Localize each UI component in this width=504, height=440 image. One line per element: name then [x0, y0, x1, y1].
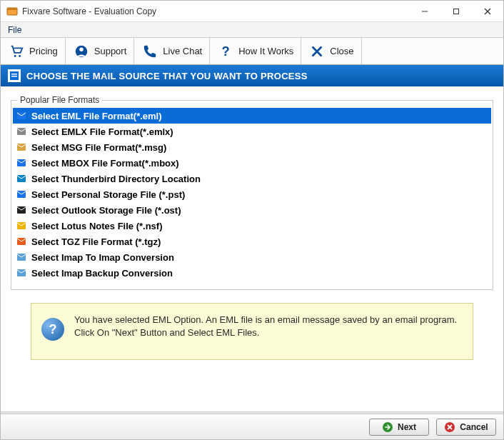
svg-point-7	[19, 54, 21, 56]
footer-bar: Next Cancel	[1, 414, 503, 439]
close-app-button[interactable]: Close	[301, 38, 361, 64]
format-item-label: Select TGZ File Format (*.tgz)	[31, 236, 161, 247]
emlx-icon	[16, 126, 27, 137]
format-item-label: Select Outlook Storage File (*.ost)	[31, 205, 181, 216]
format-item[interactable]: Select Personal Storage File (*.pst)	[13, 186, 491, 202]
format-item[interactable]: Select Imap To Imap Conversion	[13, 249, 491, 265]
phone-icon	[141, 43, 158, 60]
svg-text:?: ?	[222, 44, 230, 59]
format-item[interactable]: Select MBOX File Format(*.mbox)	[13, 155, 491, 171]
popular-formats-legend: Popular File Formats	[17, 95, 102, 105]
popular-formats-group: Popular File Formats Select EML File For…	[11, 95, 493, 290]
live-chat-button[interactable]: Live Chat	[134, 38, 210, 64]
app-icon	[6, 6, 18, 17]
format-item-label: Select Personal Storage File (*.pst)	[31, 189, 185, 200]
svg-point-6	[14, 54, 16, 56]
format-item[interactable]: Select EML File Format(*.eml)	[13, 108, 491, 124]
format-item-label: Select MSG File Format(*.msg)	[31, 142, 166, 153]
format-item-label: Select Imap To Imap Conversion	[31, 252, 174, 263]
format-item[interactable]: Select TGZ File Format (*.tgz)	[13, 234, 491, 249]
pst-icon	[16, 189, 27, 200]
tgz-icon	[16, 236, 27, 247]
window-controls	[409, 1, 503, 22]
mbox-icon	[16, 157, 27, 169]
next-label: Next	[398, 422, 416, 432]
cancel-x-icon	[444, 421, 455, 433]
close-window-button[interactable]	[472, 1, 503, 22]
format-item[interactable]: Select Outlook Storage File (*.ost)	[13, 202, 491, 218]
headset-icon	[73, 43, 90, 60]
msg-icon	[16, 141, 27, 153]
imap-icon	[16, 251, 27, 263]
cancel-label: Cancel	[460, 422, 488, 432]
nsf-icon	[16, 220, 27, 231]
format-item-label: Select Imap Backup Conversion	[31, 268, 173, 279]
next-arrow-icon	[382, 421, 393, 433]
pricing-button[interactable]: Pricing	[1, 38, 66, 64]
how-it-works-button[interactable]: ? How It Works	[210, 38, 301, 64]
live-chat-label: Live Chat	[163, 46, 202, 56]
thunderbird-icon	[16, 173, 27, 184]
next-button[interactable]: Next	[369, 419, 429, 436]
minimize-button[interactable]	[409, 1, 440, 22]
menu-file[interactable]: File	[1, 24, 29, 36]
menu-bar: File	[1, 22, 503, 38]
format-item[interactable]: Select Imap Backup Conversion	[13, 265, 491, 281]
ost-icon	[16, 204, 27, 216]
support-label: Support	[94, 46, 127, 56]
format-item[interactable]: Select Lotus Notes File (*.nsf)	[13, 218, 491, 234]
title-bar: Fixvare Software - Evaluation Copy	[1, 1, 503, 22]
svg-rect-14	[11, 74, 17, 75]
svg-rect-1	[7, 8, 17, 10]
section-header: CHOOSE THE MAIL SOURCE THAT YOU WANT TO …	[1, 65, 503, 86]
maximize-button[interactable]	[440, 1, 472, 22]
cart-icon	[8, 43, 25, 60]
format-item-label: Select EML File Format(*.eml)	[31, 111, 162, 121]
format-item-label: Select Thunderbird Directory Location	[31, 174, 201, 184]
format-list: Select EML File Format(*.eml)Select EMLX…	[13, 108, 491, 281]
format-item[interactable]: Select MSG File Format(*.msg)	[13, 139, 491, 155]
format-item-label: Select MBOX File Format(*.mbox)	[31, 158, 179, 169]
toolbar: Pricing Support Live Chat ? How It Works…	[1, 38, 503, 65]
format-item-label: Select EMLX File Format(*.emlx)	[31, 126, 173, 137]
svg-rect-15	[11, 76, 17, 77]
info-box: ? You have selected EML Option. An EML f…	[31, 303, 473, 360]
close-x-icon	[308, 43, 326, 60]
eml-icon	[16, 110, 27, 121]
window-title: Fixvare Software - Evaluation Copy	[22, 6, 156, 16]
section-title: CHOOSE THE MAIL SOURCE THAT YOU WANT TO …	[26, 71, 308, 81]
info-question-icon: ?	[41, 318, 64, 341]
cancel-button[interactable]: Cancel	[436, 419, 496, 436]
section-icon	[8, 69, 21, 82]
imap-backup-icon	[16, 267, 27, 279]
format-item-label: Select Lotus Notes File (*.nsf)	[31, 221, 162, 231]
question-icon: ?	[217, 43, 234, 60]
close-label: Close	[330, 46, 353, 56]
svg-rect-3	[454, 9, 459, 14]
format-item[interactable]: Select Thunderbird Directory Location	[13, 171, 491, 186]
pricing-label: Pricing	[29, 46, 58, 56]
support-button[interactable]: Support	[66, 38, 135, 64]
main-area: Popular File Formats Select EML File For…	[1, 86, 503, 411]
how-it-works-label: How It Works	[238, 46, 293, 56]
svg-point-9	[79, 47, 84, 51]
info-text: You have selected EML Option. An EML fil…	[74, 314, 463, 339]
format-item[interactable]: Select EMLX File Format(*.emlx)	[13, 124, 491, 139]
